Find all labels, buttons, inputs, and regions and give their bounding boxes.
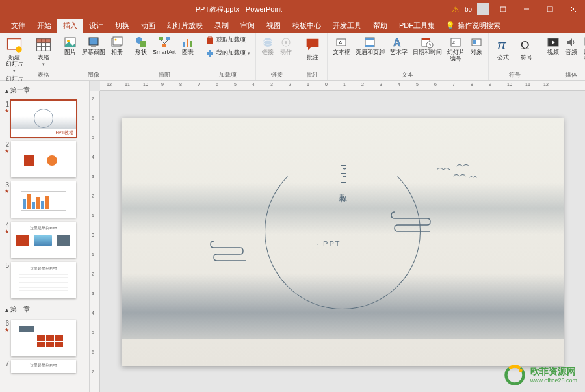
equation-button[interactable]: π 公式	[493, 34, 514, 62]
svg-rect-40	[365, 45, 374, 47]
menu-record[interactable]: 录制	[209, 19, 235, 33]
slide-thumbnail-1[interactable]: PPT教程	[11, 101, 76, 137]
audio-button[interactable]: 音频	[564, 34, 579, 57]
current-slide[interactable]: PPT教程 · PPT	[122, 118, 564, 366]
close-button[interactable]	[564, 0, 582, 18]
svg-rect-24	[166, 37, 170, 40]
menu-review[interactable]: 审阅	[235, 19, 261, 33]
ribbon: 新建幻灯片 ▾ 幻灯片 表格 ▾ 表格 图片 屏幕截图	[0, 33, 585, 81]
get-addins-button[interactable]: 获取加载项	[204, 34, 247, 46]
thumbnail-panel[interactable]: ▴ 第一章 1 ★ PPT教程 2 ★	[0, 81, 90, 392]
my-addins-button[interactable]: 我的加载项 ▾	[204, 47, 252, 59]
thumb-number: 2	[4, 141, 9, 148]
header-footer-button[interactable]: 页眉和页脚	[354, 34, 386, 57]
dropdown-arrow-icon: ▾	[248, 51, 250, 56]
textbox-icon: A	[335, 36, 348, 49]
warning-icon[interactable]: ⚠	[452, 5, 460, 14]
svg-rect-0	[500, 7, 506, 12]
menu-template[interactable]: 模板中心	[287, 19, 327, 33]
vertical-ruler[interactable]: 765432101234567	[90, 91, 100, 392]
app-name: PowerPoint	[246, 5, 282, 13]
menu-view[interactable]: 视图	[261, 19, 287, 33]
symbol-icon: Ω	[517, 36, 536, 54]
watermark: 欧菲资源网 www.office26.com	[503, 363, 577, 387]
menu-help[interactable]: 帮助	[367, 19, 393, 33]
titlebar-title: PPT教程.pptx - PowerPoint	[26, 5, 452, 14]
screen-recording-button[interactable]: 屏幕录制	[582, 34, 585, 64]
wordart-button[interactable]: A 艺术字	[389, 34, 409, 57]
link-icon	[261, 36, 274, 49]
slide-canvas[interactable]: PPT教程 · PPT	[100, 91, 585, 392]
slide-title-vertical: PPT教程	[337, 164, 348, 192]
svg-rect-16	[89, 38, 98, 45]
object-button[interactable]: 对象	[469, 34, 484, 57]
maximize-button[interactable]	[541, 0, 559, 18]
textbox-button[interactable]: A 文本框	[332, 34, 352, 57]
addin-icon	[205, 49, 214, 58]
new-slide-icon	[5, 36, 23, 54]
menu-pdf[interactable]: PDF工具集	[393, 19, 441, 33]
bulb-icon: 💡	[446, 21, 455, 30]
svg-rect-17	[91, 46, 96, 47]
screenshot-button[interactable]: 屏幕截图	[81, 34, 107, 57]
watermark-logo-icon	[503, 363, 526, 387]
pictures-button[interactable]: 图片	[62, 34, 78, 57]
menu-slideshow[interactable]: 幻灯片放映	[161, 19, 209, 33]
album-button[interactable]: 相册	[109, 34, 125, 57]
equation-icon: π	[494, 36, 512, 54]
datetime-button[interactable]: 日期和时间	[411, 34, 443, 57]
tell-me-search[interactable]: 💡 操作说明搜索	[446, 21, 500, 31]
slide-subtitle: · PPT	[317, 240, 341, 248]
menu-developer[interactable]: 开发工具	[327, 19, 367, 33]
group-label-links: 链接	[271, 71, 283, 79]
object-icon	[470, 36, 483, 49]
screenshot-icon	[87, 36, 100, 49]
ribbon-display-button[interactable]	[494, 0, 512, 18]
shapes-button[interactable]: 形状	[133, 34, 149, 57]
chart-button[interactable]: 图表	[180, 34, 196, 57]
svg-rect-39	[365, 38, 374, 40]
slide-thumbnail-6[interactable]	[11, 320, 76, 356]
animation-star-icon: ★	[5, 108, 9, 114]
menu-home[interactable]: 开始	[31, 19, 57, 33]
menu-animations[interactable]: 动画	[135, 19, 161, 33]
menu-transitions[interactable]: 切换	[109, 19, 135, 33]
thumb-number: 7	[4, 360, 9, 367]
minimize-button[interactable]	[517, 0, 536, 18]
svg-rect-22	[140, 41, 146, 47]
svg-point-32	[263, 38, 272, 47]
slide-thumbnail-7[interactable]: 这里是举例PPT	[11, 360, 76, 373]
svg-text:#: #	[452, 40, 455, 45]
table-button[interactable]: 表格 ▾	[33, 34, 54, 68]
section-header-1[interactable]: ▴ 第一章	[4, 83, 85, 98]
comment-icon	[304, 36, 322, 54]
menu-design[interactable]: 设计	[83, 19, 109, 33]
symbol-button[interactable]: Ω 符号	[516, 34, 537, 62]
slide-thumbnail-4[interactable]: 这里是举例PPT	[11, 222, 76, 258]
slide-thumbnail-5[interactable]: 这里是举例PPT	[11, 262, 76, 298]
smartart-button[interactable]: SmartArt	[151, 34, 177, 57]
video-button[interactable]: 视频	[545, 34, 561, 57]
action-button[interactable]: 动作	[278, 34, 294, 57]
group-label-comments: 批注	[307, 71, 318, 79]
comment-button[interactable]: 批注	[302, 34, 323, 62]
section-header-2[interactable]: ▴ 第二章	[4, 302, 85, 317]
group-label-tables: 表格	[38, 71, 49, 79]
svg-rect-19	[113, 37, 122, 45]
user-avatar[interactable]	[477, 3, 489, 15]
svg-rect-3	[547, 7, 552, 12]
menu-file[interactable]: 文件	[5, 19, 31, 33]
audio-icon	[565, 36, 578, 49]
group-label-illustrations: 插图	[159, 71, 170, 79]
horizontal-ruler[interactable]: 1211109876543210123456789101112	[100, 81, 585, 91]
link-button[interactable]: 链接	[260, 34, 276, 57]
slide-thumbnail-3[interactable]	[11, 181, 76, 218]
slide-number-button[interactable]: # 幻灯片编号	[446, 34, 466, 64]
slide-thumbnail-2[interactable]	[11, 141, 76, 177]
shapes-icon	[135, 36, 148, 49]
chart-icon	[181, 36, 194, 49]
new-slide-button[interactable]: 新建幻灯片 ▾	[4, 34, 25, 75]
group-label-media: 媒体	[566, 71, 577, 79]
group-label-text: 文本	[402, 71, 413, 79]
menu-insert[interactable]: 插入	[57, 19, 83, 33]
